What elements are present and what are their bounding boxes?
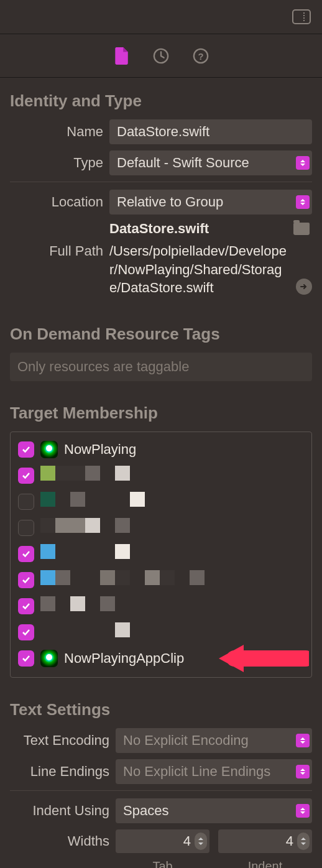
target-checkbox[interactable]: [18, 520, 34, 536]
target-label: NowPlayingAppClip: [64, 650, 184, 667]
chevron-updown-icon: [296, 804, 310, 818]
redacted-icon: [40, 596, 304, 616]
target-row: NowPlaying: [18, 440, 304, 459]
fullpath-value: /Users/polpielladev/Developer/NowPlaying…: [109, 242, 291, 297]
widths-label: Widths: [10, 833, 109, 849]
identity-section: Identity and Type Name Type Default - Sw…: [0, 78, 322, 311]
redacted-icon: [40, 492, 304, 512]
target-checkbox[interactable]: [18, 468, 34, 484]
folder-icon[interactable]: [293, 223, 310, 235]
resource-tags-section: On Demand Resource Tags Only resources a…: [0, 311, 322, 390]
location-select[interactable]: Relative to Group: [109, 190, 312, 215]
target-checkbox[interactable]: [18, 546, 34, 562]
redacted-icon: [40, 570, 304, 590]
reveal-in-finder-button[interactable]: [296, 279, 312, 295]
panel-toggle-icon[interactable]: [292, 9, 311, 24]
target-row: [18, 466, 304, 486]
endings-label: Line Endings: [10, 764, 109, 780]
target-row: [18, 492, 304, 512]
redacted-icon: [40, 544, 304, 564]
callout-arrow-icon: [216, 640, 309, 677]
divider: [10, 182, 312, 182]
stepper-icon[interactable]: [195, 833, 207, 850]
chevron-updown-icon: [296, 156, 310, 170]
target-checkbox[interactable]: [18, 624, 34, 640]
membership-title: Target Membership: [10, 404, 312, 423]
help-tab[interactable]: ?: [193, 48, 209, 64]
stepper-icon[interactable]: [297, 833, 310, 850]
history-tab[interactable]: [153, 48, 169, 64]
file-display-name: DataStore.swift: [109, 221, 209, 237]
type-select[interactable]: Default - Swift Source: [109, 150, 312, 175]
target-row: [18, 518, 304, 538]
target-row: [18, 596, 304, 616]
target-checkbox[interactable]: [18, 494, 34, 510]
chevron-updown-icon: [296, 734, 310, 747]
tab-width-input[interactable]: 4: [116, 829, 209, 853]
target-label: NowPlaying: [64, 441, 136, 458]
membership-list: NowPlaying: [10, 432, 312, 678]
indent-width-input[interactable]: 4: [218, 829, 312, 853]
membership-section: Target Membership NowPlaying: [0, 390, 322, 686]
target-checkbox[interactable]: [18, 650, 34, 667]
redacted-icon: [40, 622, 304, 642]
chevron-updown-icon: [296, 765, 310, 778]
indent-using-select[interactable]: Spaces: [116, 798, 312, 823]
target-row: [18, 570, 304, 590]
name-label: Name: [10, 124, 103, 140]
name-input[interactable]: [109, 119, 312, 144]
app-icon: [40, 441, 58, 458]
identity-title: Identity and Type: [10, 91, 312, 111]
text-settings-title: Text Settings: [10, 700, 312, 719]
endings-select[interactable]: No Explicit Line Endings: [116, 759, 312, 784]
type-label: Type: [10, 155, 103, 171]
chevron-updown-icon: [296, 195, 310, 209]
encoding-select[interactable]: No Explicit Encoding: [116, 728, 312, 753]
svg-text:?: ?: [198, 51, 203, 61]
target-row: [18, 544, 304, 564]
target-row: NowPlayingAppClip: [18, 649, 304, 668]
divider: [10, 790, 312, 791]
target-checkbox[interactable]: [18, 598, 34, 614]
inspector-tab-bar: ?: [0, 34, 322, 78]
indent-sublabel: Indent: [218, 859, 312, 868]
tab-sublabel: Tab: [116, 859, 209, 868]
fullpath-label: Full Path: [10, 242, 103, 259]
target-checkbox[interactable]: [18, 441, 34, 458]
target-checkbox[interactable]: [18, 572, 34, 588]
target-row: [18, 622, 304, 642]
encoding-label: Text Encoding: [10, 732, 109, 749]
redacted-icon: [40, 466, 304, 486]
indent-using-label: Indent Using: [10, 803, 109, 819]
resource-tags-title: On Demand Resource Tags: [10, 325, 312, 344]
location-label: Location: [10, 194, 103, 210]
app-icon: [40, 650, 58, 667]
top-toolbar: [0, 0, 322, 34]
tags-input: Only resources are taggable: [10, 353, 312, 381]
file-inspector-tab[interactable]: [113, 48, 129, 64]
text-settings-section: Text Settings Text Encoding No Explicit …: [0, 686, 322, 868]
redacted-icon: [40, 518, 304, 538]
